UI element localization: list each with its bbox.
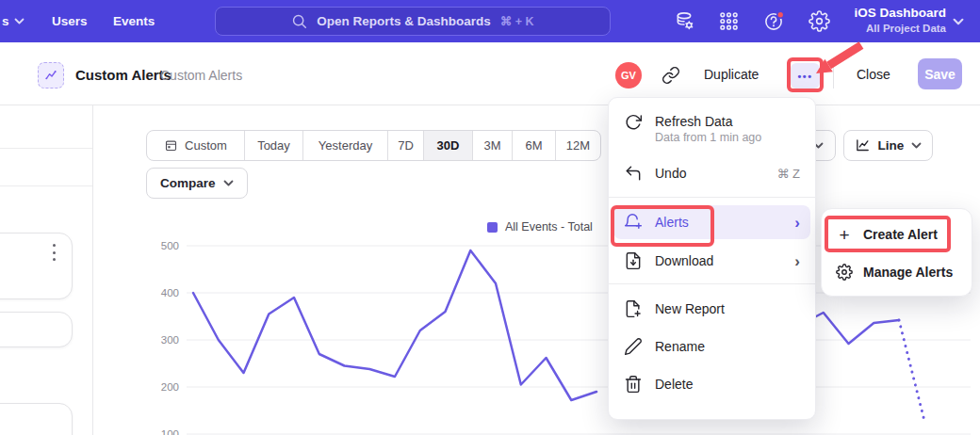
menu-item-rename[interactable]: Rename <box>609 328 815 365</box>
chart-legend[interactable]: All Events - Total <box>487 220 593 234</box>
date-range-yesterday[interactable]: Yesterday <box>302 131 387 160</box>
gear-icon <box>836 264 853 281</box>
submenu-arrow: › <box>794 215 800 231</box>
calendar-icon <box>164 138 178 153</box>
svg-text:100: 100 <box>161 428 179 435</box>
data-icon[interactable] <box>673 9 695 32</box>
project-title: iOS Dashboard <box>831 5 946 22</box>
legend-color-swatch <box>487 222 498 233</box>
chart-type-button[interactable]: Line <box>843 130 933 161</box>
compare-button[interactable]: Compare <box>146 168 248 199</box>
panel-row-divider <box>0 148 92 149</box>
page-title: Custom Alerts <box>75 67 172 83</box>
nav-item-users[interactable]: Users <box>52 0 88 42</box>
context-menu: Refresh Data Data from 1 min ago Undo ⌘ … <box>608 97 816 420</box>
legend-label: All Events - Total <box>505 220 593 234</box>
duplicate-button[interactable]: Duplicate <box>704 67 759 82</box>
download-file-icon <box>624 251 643 270</box>
close-button[interactable]: Close <box>857 67 890 82</box>
line-chart-icon <box>855 137 871 153</box>
refresh-icon <box>624 113 643 132</box>
global-search[interactable]: Open Reports & Dashboards ⌘ + K <box>215 7 611 36</box>
pencil-icon <box>624 337 643 356</box>
alerts-submenu: + Create Alert Manage Alerts <box>821 208 972 297</box>
menu-divider <box>609 197 815 198</box>
date-range-12m[interactable]: 12M <box>555 131 600 160</box>
chevron-down-icon <box>14 18 24 24</box>
menu-item-alerts[interactable]: Alerts › <box>613 205 810 239</box>
bell-plus-icon <box>624 213 643 232</box>
search-placeholder: Open Reports & Dashboards <box>317 14 491 28</box>
menu-item-label: Refresh Data <box>655 112 761 131</box>
chevron-down-icon <box>953 18 964 25</box>
settings-gear-icon[interactable] <box>808 9 830 32</box>
chevron-down-icon <box>911 142 922 149</box>
app-window: s Users Events Open Reports & Dashboards… <box>0 0 980 435</box>
panel-row-divider <box>0 185 92 186</box>
submenu-item-manage-alerts[interactable]: Manage Alerts <box>822 253 972 291</box>
menu-item-download[interactable]: Download › <box>609 243 815 279</box>
nav-item-truncated[interactable]: s <box>2 0 24 42</box>
submenu-arrow: › <box>794 253 800 269</box>
toolbar-divider <box>833 63 834 89</box>
date-range-30d-selected[interactable]: 30D <box>423 131 472 160</box>
more-options-button[interactable]: ••• <box>791 63 820 89</box>
svg-text:500: 500 <box>161 240 179 251</box>
search-icon <box>291 13 307 29</box>
breadcrumb: Custom Alerts <box>160 68 242 83</box>
save-button[interactable]: Save <box>918 58 962 89</box>
menu-divider <box>609 283 815 284</box>
menu-item-delete[interactable]: Delete <box>609 365 815 403</box>
svg-text:200: 200 <box>161 381 179 393</box>
menu-item-new-report[interactable]: New Report <box>609 290 815 328</box>
chevron-down-icon <box>223 180 234 186</box>
svg-text:400: 400 <box>161 287 179 298</box>
project-subtitle: All Project Data <box>831 22 946 36</box>
project-selector[interactable]: iOS Dashboard All Project Data <box>831 5 946 36</box>
date-range-today[interactable]: Today <box>244 131 302 160</box>
plus-icon: + <box>836 226 853 244</box>
help-icon[interactable] <box>762 9 785 32</box>
new-report-icon <box>624 299 643 318</box>
avatar[interactable]: GV <box>615 62 642 89</box>
svg-text:300: 300 <box>161 334 179 346</box>
undo-icon <box>624 164 643 183</box>
date-range-3m[interactable]: 3M <box>472 131 512 160</box>
menu-item-refresh-data[interactable]: Refresh Data Data from 1 min ago <box>609 104 815 154</box>
date-range-7d[interactable]: 7D <box>387 131 423 160</box>
date-range-6m[interactable]: 6M <box>512 131 555 160</box>
menu-item-undo[interactable]: Undo ⌘ Z <box>609 154 815 192</box>
link-icon[interactable] <box>662 66 680 85</box>
date-range-custom[interactable]: Custom <box>147 131 244 160</box>
nav-item-events[interactable]: Events <box>113 0 155 42</box>
more-options-icon: ••• <box>797 71 812 82</box>
report-chart-icon <box>38 62 64 89</box>
trash-icon <box>624 375 643 394</box>
nav-item-truncated-label: s <box>2 14 9 28</box>
menu-item-sublabel: Data from 1 min ago <box>655 131 761 144</box>
search-shortcut: ⌘ + K <box>500 14 534 28</box>
submenu-item-create-alert[interactable]: + Create Alert <box>822 216 972 253</box>
menu-item-shortcut: ⌘ Z <box>776 167 800 181</box>
date-range-selector: Custom Today Yesterday 7D 30D 3M 6M 12M <box>146 130 601 161</box>
apps-grid-icon[interactable] <box>717 9 740 32</box>
